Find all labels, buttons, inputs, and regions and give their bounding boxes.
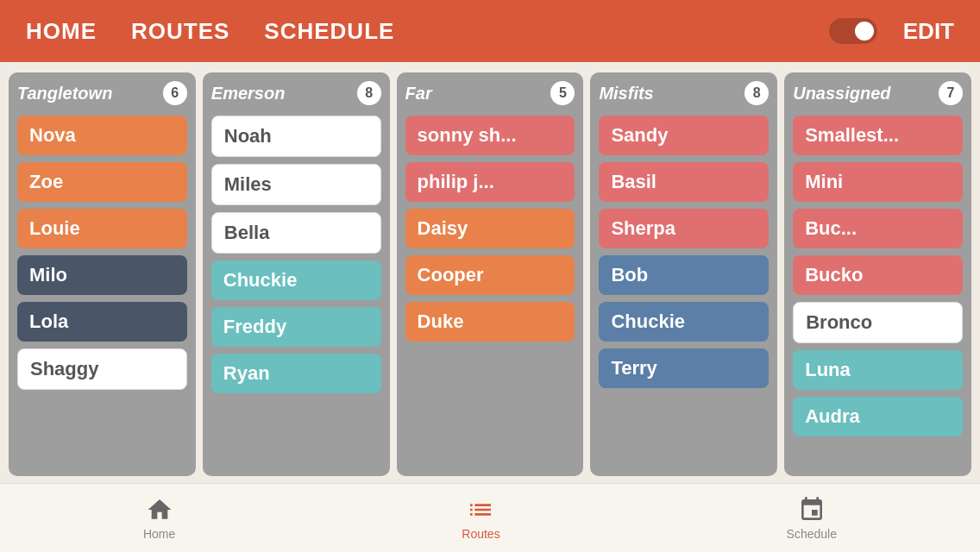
card-misfits-3[interactable]: Bob xyxy=(599,255,769,295)
nav-item-routes[interactable]: Routes xyxy=(462,496,499,541)
cards-container-far: sonny sh...philip j...DaisyCooperDuke xyxy=(405,116,575,342)
column-title-misfits: Misfits xyxy=(599,84,653,104)
card-far-0[interactable]: sonny sh... xyxy=(405,116,575,155)
card-emerson-3[interactable]: Chuckie xyxy=(211,260,381,300)
edit-button[interactable]: EDIT xyxy=(903,18,954,45)
nav-routes[interactable]: ROUTES xyxy=(131,18,229,45)
schedule-nav-label: Schedule xyxy=(787,527,837,541)
card-tangletown-2[interactable]: Louie xyxy=(17,209,187,248)
column-tangletown: Tangletown6NovaZoeLouieMiloLolaShaggy xyxy=(9,72,196,476)
cards-container-unassigned: Smallest...MiniBuc...BuckoBroncoLunaAudr… xyxy=(793,116,963,436)
column-header-far: Far5 xyxy=(405,81,575,105)
column-title-unassigned: Unassigned xyxy=(793,84,890,104)
column-count-misfits: 8 xyxy=(744,81,769,105)
card-unassigned-6[interactable]: Audra xyxy=(793,397,963,436)
bottom-nav: Home Routes Schedule xyxy=(0,483,980,552)
card-unassigned-0[interactable]: Smallest... xyxy=(793,116,963,155)
column-count-emerson: 8 xyxy=(357,81,381,105)
nav-schedule[interactable]: SCHEDULE xyxy=(264,18,394,45)
column-header-emerson: Emerson8 xyxy=(211,81,381,105)
card-emerson-5[interactable]: Ryan xyxy=(211,354,381,393)
card-unassigned-2[interactable]: Buc... xyxy=(793,209,963,248)
card-misfits-0[interactable]: Sandy xyxy=(599,116,769,155)
card-far-3[interactable]: Cooper xyxy=(405,255,575,295)
card-emerson-1[interactable]: Miles xyxy=(211,164,381,205)
column-unassigned: Unassigned7Smallest...MiniBuc...BuckoBro… xyxy=(784,72,971,476)
column-count-unassigned: 7 xyxy=(939,81,963,105)
toggle-switch[interactable] xyxy=(829,18,877,44)
routes-nav-label: Routes xyxy=(462,527,499,541)
card-unassigned-4[interactable]: Bronco xyxy=(793,302,963,343)
card-misfits-4[interactable]: Chuckie xyxy=(599,302,769,342)
card-misfits-1[interactable]: Basil xyxy=(599,162,769,202)
column-header-misfits: Misfits8 xyxy=(599,81,769,105)
card-emerson-4[interactable]: Freddy xyxy=(211,307,381,347)
card-tangletown-0[interactable]: Nova xyxy=(17,116,187,155)
column-emerson: Emerson8NoahMilesBellaChuckieFreddyRyan xyxy=(203,72,390,476)
nav-item-home[interactable]: Home xyxy=(143,496,175,541)
home-icon xyxy=(146,496,173,524)
header: HOME ROUTES SCHEDULE EDIT xyxy=(0,0,980,62)
header-nav: HOME ROUTES SCHEDULE xyxy=(26,18,829,45)
card-unassigned-3[interactable]: Bucko xyxy=(793,255,963,295)
card-misfits-5[interactable]: Terry xyxy=(599,348,769,388)
column-count-far: 5 xyxy=(550,81,575,105)
main-content: Tangletown6NovaZoeLouieMiloLolaShaggyEme… xyxy=(0,62,980,483)
nav-home[interactable]: HOME xyxy=(26,18,97,45)
card-tangletown-5[interactable]: Shaggy xyxy=(17,348,187,390)
cards-container-misfits: SandyBasilSherpaBobChuckieTerry xyxy=(599,116,769,388)
column-header-unassigned: Unassigned7 xyxy=(793,81,963,105)
card-tangletown-4[interactable]: Lola xyxy=(17,302,187,342)
column-title-far: Far xyxy=(405,84,432,104)
routes-icon xyxy=(467,496,494,524)
column-title-tangletown: Tangletown xyxy=(17,84,112,104)
card-tangletown-3[interactable]: Milo xyxy=(17,255,187,295)
nav-item-schedule[interactable]: Schedule xyxy=(787,496,837,541)
card-misfits-2[interactable]: Sherpa xyxy=(599,209,769,248)
column-misfits: Misfits8SandyBasilSherpaBobChuckieTerry xyxy=(590,72,777,476)
card-unassigned-5[interactable]: Luna xyxy=(793,350,963,390)
schedule-icon xyxy=(798,496,826,524)
cards-container-emerson: NoahMilesBellaChuckieFreddyRyan xyxy=(211,116,381,393)
cards-container-tangletown: NovaZoeLouieMiloLolaShaggy xyxy=(17,116,187,390)
column-header-tangletown: Tangletown6 xyxy=(17,81,187,105)
card-far-1[interactable]: philip j... xyxy=(405,162,575,202)
column-title-emerson: Emerson xyxy=(211,84,286,104)
column-count-tangletown: 6 xyxy=(163,81,187,105)
column-far: Far5sonny sh...philip j...DaisyCooperDuk… xyxy=(397,72,584,476)
card-unassigned-1[interactable]: Mini xyxy=(793,162,963,202)
card-emerson-2[interactable]: Bella xyxy=(211,212,381,254)
card-emerson-0[interactable]: Noah xyxy=(211,116,381,157)
card-far-2[interactable]: Daisy xyxy=(405,209,575,248)
card-tangletown-1[interactable]: Zoe xyxy=(17,162,187,202)
card-far-4[interactable]: Duke xyxy=(405,302,575,342)
home-nav-label: Home xyxy=(143,527,175,541)
